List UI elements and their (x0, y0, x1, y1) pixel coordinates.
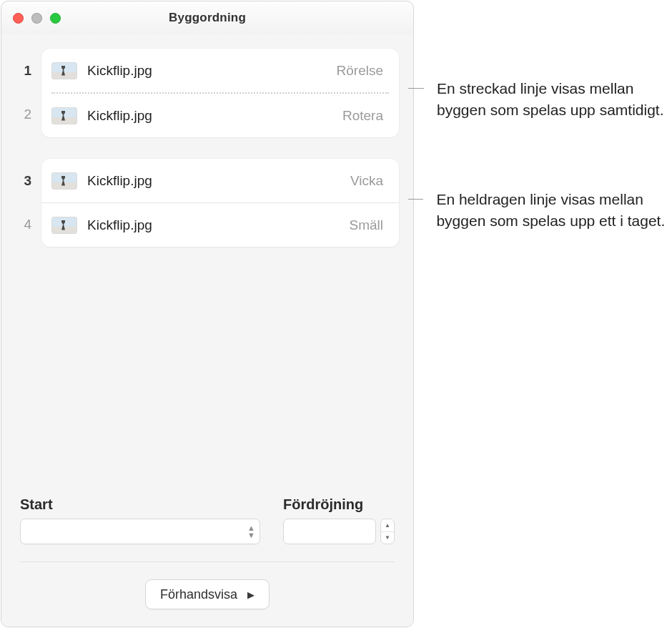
chevron-updown-icon: ▲▼ (247, 524, 255, 539)
close-icon[interactable] (13, 13, 24, 24)
zoom-icon[interactable] (50, 13, 61, 24)
build-item[interactable]: Kickflip.jpg Rörelse (41, 49, 399, 92)
build-filename: Kickflip.jpg (87, 173, 152, 189)
build-item[interactable]: Kickflip.jpg Smäll (41, 203, 399, 247)
build-number: 4 (10, 202, 31, 246)
stepper-down-icon[interactable]: ▼ (381, 532, 394, 544)
window-controls (13, 13, 61, 24)
build-number: 1 (10, 49, 31, 92)
callout-solid: En heldragen linje visas mellan byggen s… (408, 189, 672, 232)
stepper-up-icon[interactable]: ▲ (381, 519, 394, 532)
build-order-panel: Byggordning 1 2 Kickflip.jpg Rörelse (1, 1, 414, 627)
build-effect: Smäll (349, 217, 383, 233)
preview-button[interactable]: Förhandsvisa ▶ (145, 579, 270, 609)
build-filename: Kickflip.jpg (87, 63, 152, 79)
build-list: 1 2 Kickflip.jpg Rörelse Kickflip.jpg Ro… (1, 34, 413, 485)
build-number: 3 (10, 159, 31, 202)
titlebar: Byggordning (1, 1, 413, 34)
start-label: Start (20, 496, 260, 513)
window-title: Byggordning (169, 11, 246, 25)
play-icon: ▶ (247, 589, 255, 600)
minimize-icon[interactable] (31, 13, 42, 24)
start-select[interactable]: ▲▼ (20, 519, 260, 544)
build-effect: Vicka (350, 173, 383, 189)
build-number: 2 (10, 92, 31, 136)
callout-text: En streckad linje visas mellan byggen so… (437, 78, 672, 122)
build-group: 1 2 Kickflip.jpg Rörelse Kickflip.jpg Ro… (10, 49, 399, 137)
build-filename: Kickflip.jpg (87, 217, 152, 233)
delay-label: Fördröjning (283, 496, 395, 513)
callout-dashed: En streckad linje visas mellan byggen so… (408, 78, 672, 122)
build-item[interactable]: Kickflip.jpg Vicka (41, 159, 399, 202)
callouts: En streckad linje visas mellan byggen so… (415, 0, 672, 628)
thumbnail-icon (51, 107, 77, 124)
footer-controls: Start ▲▼ Fördröjning ▲ ▼ (1, 485, 413, 627)
thumbnail-icon (51, 217, 77, 234)
leader-line (408, 88, 424, 89)
build-group: 3 4 Kickflip.jpg Vicka Kickflip.jpg Smäl… (10, 159, 399, 247)
thumbnail-icon (51, 172, 77, 190)
build-card: Kickflip.jpg Vicka Kickflip.jpg Smäll (41, 159, 399, 247)
build-item[interactable]: Kickflip.jpg Rotera (41, 94, 399, 137)
build-card: Kickflip.jpg Rörelse Kickflip.jpg Rotera (41, 49, 399, 137)
preview-label: Förhandsvisa (160, 587, 237, 602)
build-filename: Kickflip.jpg (87, 108, 152, 124)
divider (20, 561, 395, 562)
thumbnail-icon (51, 62, 77, 79)
callout-text: En heldragen linje visas mellan byggen s… (436, 189, 672, 232)
build-effect: Rotera (342, 108, 383, 124)
leader-line (408, 199, 423, 200)
build-effect: Rörelse (337, 63, 383, 79)
delay-input[interactable] (283, 519, 376, 544)
delay-stepper: ▲ ▼ (380, 519, 395, 544)
